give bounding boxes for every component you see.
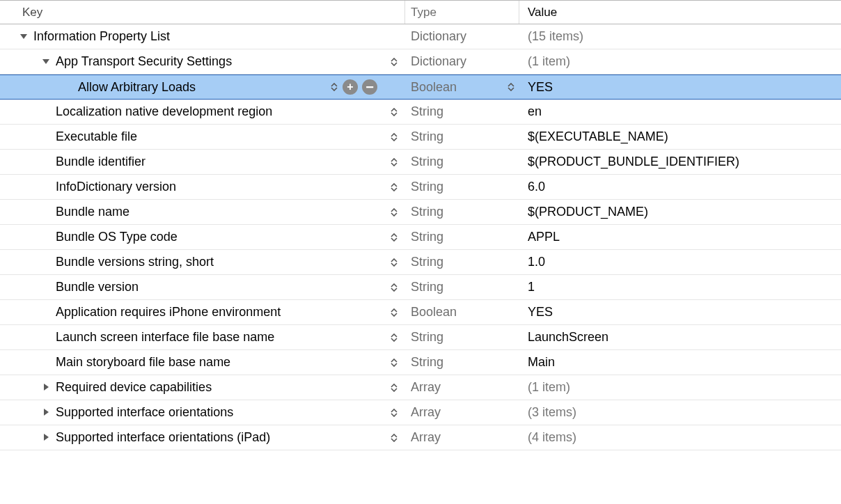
key-cell[interactable]: InfoDictionary version	[0, 180, 405, 194]
value-cell[interactable]: (15 items)	[519, 29, 841, 44]
value-cell[interactable]: Main	[519, 355, 841, 370]
plist-row[interactable]: Bundle identifierString$(PRODUCT_BUNDLE_…	[0, 150, 841, 175]
header-type[interactable]: Type	[405, 1, 519, 24]
value-cell[interactable]: en	[519, 104, 841, 119]
key-cell[interactable]: Allow Arbitrary Loads+−	[0, 80, 405, 95]
key-stepper-icon[interactable]	[390, 208, 398, 216]
remove-row-button[interactable]: −	[362, 79, 377, 95]
key-cell[interactable]: Launch screen interface file base name	[0, 330, 405, 345]
value-cell[interactable]: (4 items)	[519, 430, 841, 445]
key-stepper-icon[interactable]	[390, 308, 398, 317]
svg-marker-0	[20, 34, 27, 39]
plist-row[interactable]: Allow Arbitrary Loads+−BooleanYES	[0, 74, 841, 100]
type-stepper-icon[interactable]	[507, 83, 515, 91]
plist-row[interactable]: Executable fileString$(EXECUTABLE_NAME)	[0, 125, 841, 150]
key-cell[interactable]: Application requires iPhone environment	[0, 305, 405, 320]
disclosure-closed-icon[interactable]	[42, 383, 52, 393]
type-cell[interactable]: String	[405, 255, 519, 269]
key-cell[interactable]: Supported interface orientations	[0, 405, 405, 420]
plist-row[interactable]: Required device capabilitiesArray(1 item…	[0, 375, 841, 400]
type-cell[interactable]: Array	[405, 405, 519, 420]
key-stepper-icon[interactable]	[390, 233, 398, 242]
value-label: $(PRODUCT_BUNDLE_IDENTIFIER)	[528, 155, 739, 169]
key-label: Localization native development region	[56, 104, 272, 119]
key-stepper-icon[interactable]	[390, 183, 398, 191]
key-stepper-icon[interactable]	[390, 108, 398, 116]
value-cell[interactable]: 1	[519, 280, 841, 294]
key-cell[interactable]: Information Property List	[0, 29, 405, 44]
value-cell[interactable]: APPL	[519, 230, 841, 244]
value-cell[interactable]: 6.0	[519, 180, 841, 194]
type-cell[interactable]: String	[405, 230, 519, 244]
plist-row[interactable]: Application requires iPhone environmentB…	[0, 300, 841, 325]
type-cell[interactable]: String	[405, 280, 519, 294]
key-cell[interactable]: Main storyboard file base name	[0, 355, 405, 370]
type-cell[interactable]: String	[405, 129, 519, 144]
key-cell[interactable]: Bundle version	[0, 280, 405, 294]
value-cell[interactable]: (1 item)	[519, 380, 841, 395]
plist-row[interactable]: Information Property ListDictionary(15 i…	[0, 24, 841, 49]
value-cell[interactable]: (3 items)	[519, 405, 841, 420]
key-cell[interactable]: Bundle versions string, short	[0, 255, 405, 269]
key-cell[interactable]: Bundle identifier	[0, 155, 405, 169]
key-cell[interactable]: Executable file	[0, 129, 405, 144]
plist-row[interactable]: Bundle versionString1	[0, 275, 841, 300]
key-cell[interactable]: Supported interface orientations (iPad)	[0, 430, 405, 445]
key-stepper-icon[interactable]	[390, 409, 398, 417]
value-cell[interactable]: YES	[519, 80, 841, 95]
key-cell[interactable]: App Transport Security Settings	[0, 54, 405, 69]
add-row-button[interactable]: +	[343, 79, 358, 95]
key-cell[interactable]: Required device capabilities	[0, 380, 405, 395]
type-cell[interactable]: Boolean	[405, 80, 519, 95]
key-stepper-icon[interactable]	[390, 58, 398, 66]
plist-row[interactable]: Localization native development regionSt…	[0, 100, 841, 125]
value-cell[interactable]: $(EXECUTABLE_NAME)	[519, 129, 841, 144]
type-label: String	[411, 205, 443, 219]
value-cell[interactable]: 1.0	[519, 255, 841, 269]
type-cell[interactable]: String	[405, 205, 519, 219]
key-stepper-icon[interactable]	[390, 283, 398, 292]
disclosure-closed-icon[interactable]	[42, 433, 52, 443]
key-cell[interactable]: Bundle OS Type code	[0, 230, 405, 244]
value-cell[interactable]: YES	[519, 305, 841, 320]
header-value[interactable]: Value	[519, 1, 841, 24]
key-cell[interactable]: Localization native development region	[0, 104, 405, 119]
type-cell[interactable]: String	[405, 330, 519, 345]
header-key[interactable]: Key	[0, 1, 405, 24]
plist-row[interactable]: Main storyboard file base nameStringMain	[0, 350, 841, 375]
key-stepper-icon[interactable]	[390, 384, 398, 392]
plist-row[interactable]: Launch screen interface file base nameSt…	[0, 325, 841, 350]
key-stepper-icon[interactable]	[390, 333, 398, 342]
key-stepper-icon[interactable]	[330, 83, 338, 91]
disclosure-closed-icon[interactable]	[42, 408, 52, 418]
key-stepper-icon[interactable]	[390, 359, 398, 367]
plist-row[interactable]: InfoDictionary versionString6.0	[0, 175, 841, 200]
type-cell[interactable]: String	[405, 355, 519, 370]
plist-row[interactable]: Supported interface orientations (iPad)A…	[0, 425, 841, 450]
type-cell[interactable]: Dictionary	[405, 29, 519, 44]
type-cell[interactable]: String	[405, 155, 519, 169]
plist-row[interactable]: Bundle versions string, shortString1.0	[0, 250, 841, 275]
value-cell[interactable]: (1 item)	[519, 54, 841, 69]
disclosure-open-icon[interactable]	[42, 57, 52, 67]
key-stepper-icon[interactable]	[390, 158, 398, 166]
plist-row[interactable]: Supported interface orientationsArray(3 …	[0, 400, 841, 425]
plist-row[interactable]: Bundle nameString$(PRODUCT_NAME)	[0, 200, 841, 225]
key-stepper-icon[interactable]	[390, 258, 398, 267]
key-stepper-icon[interactable]	[390, 434, 398, 442]
value-cell[interactable]: $(PRODUCT_BUNDLE_IDENTIFIER)	[519, 155, 841, 169]
type-cell[interactable]: Array	[405, 430, 519, 445]
value-cell[interactable]: $(PRODUCT_NAME)	[519, 205, 841, 219]
type-cell[interactable]: Dictionary	[405, 54, 519, 69]
type-cell[interactable]: String	[405, 104, 519, 119]
key-cell[interactable]: Bundle name	[0, 205, 405, 219]
type-cell[interactable]: Boolean	[405, 305, 519, 320]
plist-row[interactable]: Bundle OS Type codeStringAPPL	[0, 225, 841, 250]
type-cell[interactable]: Array	[405, 380, 519, 395]
type-cell[interactable]: String	[405, 180, 519, 194]
value-cell[interactable]: LaunchScreen	[519, 330, 841, 345]
plist-row[interactable]: App Transport Security SettingsDictionar…	[0, 49, 841, 74]
disclosure-open-icon[interactable]	[19, 32, 29, 42]
key-stepper-icon[interactable]	[390, 133, 398, 141]
type-label: String	[411, 255, 443, 269]
